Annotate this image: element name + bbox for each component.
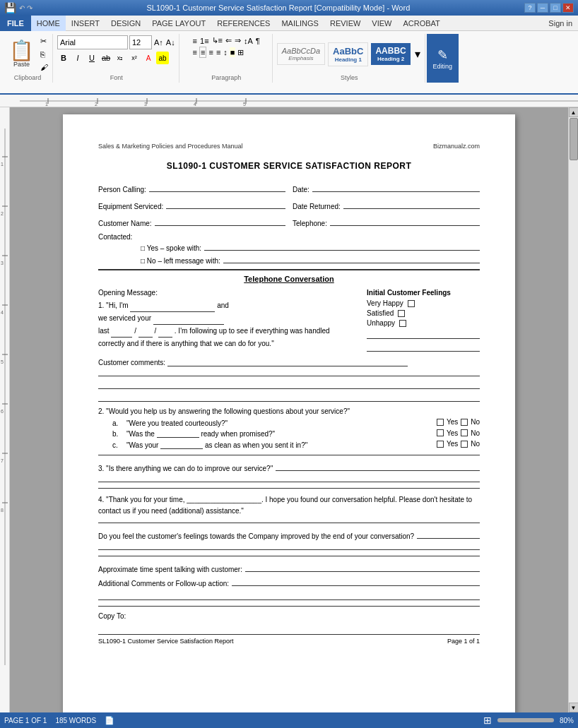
align-right-button[interactable]: ≡ — [208, 47, 213, 57]
quick-access[interactable]: ↶ ↷ — [19, 4, 33, 12]
file-menu[interactable]: FILE — [0, 16, 31, 31]
acrobat-tab[interactable]: ACROBAT — [397, 16, 445, 31]
borders-button[interactable]: ⊞ — [237, 47, 244, 58]
telephone-line[interactable] — [330, 216, 480, 226]
person-calling-field: Person Calling: — [98, 182, 285, 193]
scrollbar[interactable]: ▲ ▼ — [568, 107, 578, 712]
review-tab[interactable]: REVIEW — [324, 16, 366, 31]
bold-button[interactable]: B — [57, 52, 70, 64]
additional-comments-line-2[interactable] — [98, 590, 480, 600]
mailings-tab[interactable]: MAILINGS — [276, 16, 324, 31]
q3-line[interactable] — [276, 461, 480, 471]
comments-inline-line[interactable] — [167, 366, 408, 366]
name-line[interactable] — [130, 311, 215, 312]
date-line[interactable] — [312, 182, 480, 192]
line-spacing-button[interactable]: ↕ — [223, 47, 228, 57]
indent-more-button[interactable]: ⇒ — [234, 35, 242, 46]
emphasis-style[interactable]: AaBbCcDa Emphasis — [277, 43, 325, 65]
maximize-button[interactable]: □ — [550, 3, 561, 13]
scroll-thumb[interactable] — [570, 118, 578, 160]
customer-name-line[interactable] — [155, 216, 285, 226]
view-icons[interactable]: ⊞ — [483, 715, 492, 726]
comments-line-1[interactable] — [98, 366, 480, 376]
grow-font-button[interactable]: A↑ — [153, 37, 164, 47]
text-color-button[interactable]: A — [142, 52, 155, 64]
satisfied-checkbox[interactable] — [398, 310, 405, 317]
strikethrough-button[interactable]: ab — [100, 52, 112, 64]
bullets-button[interactable]: ≡ — [192, 36, 198, 46]
sort-button[interactable]: ↕A — [243, 36, 254, 46]
insert-tab[interactable]: INSERT — [66, 16, 105, 31]
scroll-track[interactable] — [569, 117, 579, 703]
zoom-slider[interactable] — [497, 718, 554, 722]
document-view-icon[interactable]: 📄 — [105, 716, 114, 725]
highlight-button[interactable]: ab — [156, 52, 169, 64]
yes-a-checkbox[interactable] — [437, 419, 444, 426]
numbering-button[interactable]: 1≡ — [199, 36, 210, 46]
indent-less-button[interactable]: ⇐ — [225, 35, 232, 46]
document[interactable]: Sales & Marketing Policies and Procedure… — [63, 114, 515, 712]
paste-button[interactable]: 📋 Paste — [6, 39, 37, 70]
person-calling-line[interactable] — [149, 182, 285, 192]
comments-line-3[interactable] — [98, 392, 480, 402]
sign-in[interactable]: Sign in — [548, 19, 578, 28]
cut-button[interactable]: ✂ — [39, 35, 49, 47]
justify-button[interactable]: ≡ — [216, 47, 221, 57]
copy-button[interactable]: ⎘ — [39, 49, 49, 60]
question-4-section: 4. "Thank you for your time, ___________… — [98, 494, 480, 517]
date3-line[interactable] — [158, 337, 172, 338]
yes-spoke-line[interactable] — [204, 241, 480, 251]
unhappy-checkbox[interactable] — [399, 320, 406, 327]
align-center-button[interactable]: ≡ — [199, 47, 206, 58]
editing-label: Editing — [433, 63, 453, 70]
close-button[interactable]: ✕ — [562, 3, 574, 13]
page-layout-tab[interactable]: PAGE LAYOUT — [146, 16, 211, 31]
form-row-3: Customer Name: Telephone: — [98, 216, 480, 227]
approx-time-line[interactable] — [245, 562, 480, 572]
date2-line[interactable] — [138, 337, 153, 338]
document-container[interactable]: Sales & Marketing Policies and Procedure… — [10, 107, 568, 712]
ribbon: 📋 Paste ✂ ⎘ 🖌 Clipboard Arial 12 A↑ A↓ — [0, 31, 578, 95]
shading-button[interactable]: ■ — [230, 47, 236, 57]
subscript-button[interactable]: x₂ — [114, 52, 126, 64]
svg-text:7: 7 — [1, 458, 4, 463]
heading1-style[interactable]: AaBbC Heading 1 — [328, 42, 368, 66]
no-left-line[interactable] — [223, 253, 480, 263]
no-a-checkbox[interactable] — [461, 419, 468, 426]
format-painter-button[interactable]: 🖌 — [39, 61, 49, 73]
q3-line-2[interactable] — [98, 472, 480, 482]
feelings-q-line[interactable] — [417, 529, 480, 539]
shrink-font-button[interactable]: A↓ — [165, 37, 176, 47]
yes-b-checkbox[interactable] — [437, 429, 444, 436]
no-b-checkbox[interactable] — [461, 429, 468, 436]
comments-line-2[interactable] — [98, 379, 480, 389]
font-name-input[interactable]: Arial — [57, 35, 128, 49]
align-left-button[interactable]: ≡ — [192, 47, 198, 57]
yes-c-checkbox[interactable] — [437, 441, 444, 448]
date-returned-line[interactable] — [343, 199, 480, 209]
help-button[interactable]: ? — [524, 3, 536, 13]
show-hide-button[interactable]: ¶ — [255, 36, 261, 46]
underline-button[interactable]: U — [85, 52, 98, 64]
no-c-checkbox[interactable] — [461, 441, 468, 448]
equipment-line[interactable] — [166, 199, 285, 209]
heading2-style[interactable]: AABBC Heading 2 — [371, 43, 410, 65]
italic-button[interactable]: I — [71, 52, 84, 64]
font-size-input[interactable]: 12 — [129, 35, 152, 49]
styles-more-button[interactable]: ▾ — [413, 46, 422, 62]
very-happy-checkbox[interactable] — [408, 300, 415, 307]
additional-comments-line[interactable] — [232, 576, 480, 586]
design-tab[interactable]: DESIGN — [105, 16, 146, 31]
scroll-up-button[interactable]: ▲ — [569, 107, 579, 117]
view-tab[interactable]: VIEW — [366, 16, 397, 31]
editing-group[interactable]: ✎ Editing — [427, 34, 459, 83]
references-tab[interactable]: REFERENCES — [211, 16, 276, 31]
feelings-q-line-2[interactable] — [98, 540, 480, 550]
home-tab[interactable]: HOME — [31, 16, 66, 31]
superscript-button[interactable]: x² — [128, 52, 141, 64]
multilevel-button[interactable]: ↳≡ — [211, 35, 223, 46]
minimize-button[interactable]: ─ — [537, 3, 548, 13]
scroll-down-button[interactable]: ▼ — [569, 703, 579, 712]
serviced-line[interactable] — [153, 324, 224, 325]
date1-line[interactable] — [111, 337, 132, 338]
